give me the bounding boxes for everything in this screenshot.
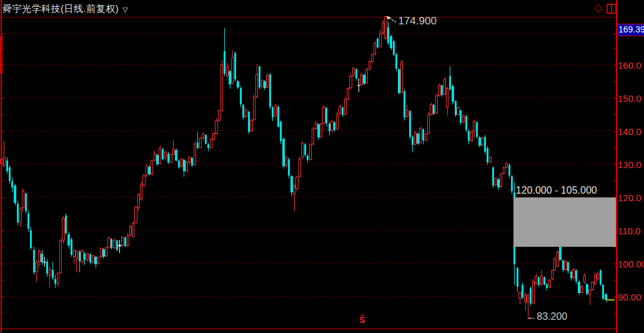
gridlines <box>2 34 615 297</box>
last-price-marker <box>606 299 615 301</box>
y-axis-label: 110.0 <box>618 226 640 236</box>
split-window-icon[interactable] <box>607 4 617 14</box>
left-scroll-indicator[interactable] <box>0 36 2 74</box>
y-axis-label: 150.0 <box>618 93 642 104</box>
axis-ticks <box>1 34 616 314</box>
low-price-annotation: ←83.200 <box>527 311 567 322</box>
y-axis-label: 90.00 <box>618 292 642 302</box>
y-axis-label: 100.00 <box>618 259 644 269</box>
y-axis-label: 120.0 <box>618 192 642 203</box>
title-bar: 舜宇光学科技(日线.前复权)▽ ◇ <box>0 0 644 17</box>
event-marker-icon[interactable]: Ŝ <box>359 315 365 325</box>
peak-price-annotation: 174.900 <box>398 15 436 27</box>
y-axis-label: 140.0 <box>618 126 642 137</box>
y-axis-label: 130.0 <box>618 159 642 170</box>
range-box-label: 120.000 - 105.000 <box>516 185 597 196</box>
diamond-icon[interactable]: ◇ <box>594 1 602 14</box>
chart-borders <box>0 0 617 333</box>
candlestick-chart[interactable] <box>0 0 644 333</box>
y-axis-label: 160.0 <box>618 60 642 71</box>
price-range-annotation-box[interactable] <box>513 197 616 247</box>
symbol-title[interactable]: 舜宇光学科技(日线.前复权)▽ <box>2 3 128 15</box>
stock-chart-window: 舜宇光学科技(日线.前复权)▽ ◇ 160.0150.0140.0130.012… <box>0 0 644 333</box>
candles <box>1 16 607 319</box>
symbol-title-text: 舜宇光学科技(日线.前复权) <box>2 3 119 14</box>
chevron-down-icon[interactable]: ▽ <box>122 6 128 13</box>
top-price-badge: 169.39 <box>617 24 644 36</box>
